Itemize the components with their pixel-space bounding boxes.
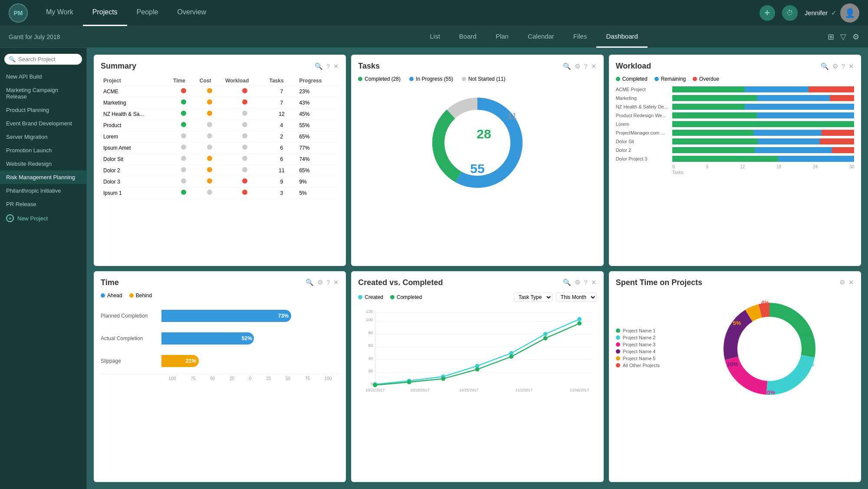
svg-point-29	[441, 376, 446, 381]
summary-card: Summary 🔍 ? ✕ Project Time Cost Workload…	[94, 55, 346, 266]
svg-text:28%: 28%	[801, 331, 812, 337]
table-row: Dolor 2 11 65%	[101, 165, 339, 176]
nav-overview[interactable]: Overview	[168, 0, 216, 26]
workload-row: NZ Health & Safety De...	[616, 104, 854, 110]
tasks-close-icon[interactable]: ✕	[591, 62, 597, 70]
time-label-planned: Planned Completion	[101, 313, 161, 319]
this-month-select[interactable]: This Month	[556, 292, 597, 302]
filter-icon[interactable]: ▽	[840, 32, 846, 42]
nav-people[interactable]: People	[127, 0, 168, 26]
time-bar-actual-fill	[161, 332, 254, 345]
summary-search-icon[interactable]: 🔍	[315, 62, 323, 70]
clock-button[interactable]: ⏱	[782, 5, 798, 21]
tasks-help-icon[interactable]: ?	[584, 62, 587, 70]
summary-close-icon[interactable]: ✕	[333, 62, 339, 70]
time-label-slippage: Slippage	[101, 358, 161, 364]
svg-point-27	[373, 383, 378, 387]
workload-row: ACME Project	[616, 86, 854, 92]
table-row: Product 4 55%	[101, 120, 339, 131]
spent-legend-3: Project Name 3	[616, 342, 685, 347]
workload-rows: ACME Project Marketing NZ Health & Safet…	[616, 86, 854, 162]
legend-inprogress: In Progress (55)	[409, 76, 453, 82]
workload-row: Dolor Project 3	[616, 156, 854, 162]
spent-dot-6	[616, 363, 620, 368]
nav-mywork[interactable]: My Work	[36, 0, 83, 26]
summary-header: Summary 🔍 ? ✕	[101, 62, 339, 71]
sidebar-item-philanthropic[interactable]: Philanthropic Initiative	[0, 184, 86, 197]
sidebar-item-website-redesign[interactable]: Website Redesign	[0, 157, 86, 171]
svg-text:11: 11	[507, 111, 517, 121]
add-button[interactable]: +	[760, 5, 775, 21]
svg-text:20: 20	[368, 368, 373, 373]
summary-help-icon[interactable]: ?	[326, 62, 330, 70]
time-legend-behind: Behind	[129, 292, 152, 299]
tab-plan[interactable]: Plan	[486, 26, 518, 48]
svg-text:100: 100	[366, 317, 373, 322]
search-box[interactable]: 🔍	[4, 54, 82, 65]
time-row-planned: Planned Completion 73%	[101, 310, 339, 322]
svg-point-25	[543, 331, 548, 336]
spent-legend-5: Project Name 5	[616, 356, 685, 361]
new-project-button[interactable]: + New Project	[0, 211, 86, 226]
svg-text:20%: 20%	[764, 389, 775, 396]
sidebar-item-new-api-build[interactable]: New API Build	[0, 70, 86, 83]
cvc-search-icon[interactable]: 🔍	[563, 279, 571, 286]
sidebar: 🔍 New API Build Marketing Campaign Relea…	[0, 48, 87, 489]
nav-projects[interactable]: Projects	[83, 0, 127, 26]
settings-icon[interactable]: ⚙	[852, 32, 859, 42]
svg-text:11/2/2017: 11/2/2017	[516, 388, 533, 392]
user-menu[interactable]: Jennifer ✓ 👤	[805, 3, 859, 23]
tasks-donut-svg: 28 55 11	[421, 86, 534, 199]
tab-calendar[interactable]: Calendar	[518, 26, 564, 48]
workload-search-icon[interactable]: 🔍	[821, 62, 829, 70]
tab-dashboard[interactable]: Dashboard	[596, 26, 647, 48]
svg-point-28	[407, 380, 411, 384]
dashboard: Summary 🔍 ? ✕ Project Time Cost Workload…	[87, 48, 868, 489]
tab-board[interactable]: Board	[450, 26, 486, 48]
cvc-chart-svg: 0 20 40 60 80 100 120	[358, 305, 596, 401]
sidebar-item-risk-management[interactable]: Risk Management Planning	[0, 171, 86, 184]
cvc-controls-row: Created Completed Task Type This Month	[358, 292, 596, 302]
tasks-card: Tasks 🔍 ⚙ ? ✕ Completed (28) In Progress…	[351, 55, 603, 266]
cvc-header: Created vs. Completed 🔍 ⚙ ? ✕	[358, 278, 596, 287]
grid-icon[interactable]: ⊞	[828, 32, 834, 42]
tab-files[interactable]: Files	[564, 26, 597, 48]
sidebar-item-product-planning[interactable]: Product Planning	[0, 103, 86, 117]
col-project: Project	[101, 76, 171, 86]
spent-close-icon[interactable]: ✕	[848, 279, 854, 286]
search-input[interactable]	[18, 56, 78, 62]
sidebar-item-promotion-launch[interactable]: Promotion Launch	[0, 144, 86, 157]
workload-settings-icon[interactable]: ⚙	[832, 62, 838, 70]
sidebar-item-event-brand[interactable]: Event Brand Development	[0, 117, 86, 130]
svg-text:120: 120	[366, 308, 373, 313]
cvc-legend-created: Created	[358, 294, 383, 300]
time-legend-ahead: Ahead	[101, 292, 122, 299]
svg-text:10/21/2017: 10/21/2017	[366, 388, 385, 392]
spent-settings-icon[interactable]: ⚙	[839, 279, 845, 286]
logo[interactable]: PM	[9, 3, 28, 23]
time-help-icon[interactable]: ?	[326, 279, 330, 286]
tasks-settings-icon[interactable]: ⚙	[575, 62, 580, 70]
col-progress: Progress	[296, 76, 339, 86]
time-settings-icon[interactable]: ⚙	[317, 279, 323, 286]
sidebar-item-server-migration[interactable]: Server Migration	[0, 130, 86, 144]
legend-completed: Completed (28)	[358, 76, 401, 82]
sidebar-item-marketing-campaign[interactable]: Marketing Campaign Release	[0, 83, 86, 103]
tab-list[interactable]: List	[421, 26, 450, 48]
workload-close-icon[interactable]: ✕	[848, 62, 854, 70]
table-row: Ipsum Amet 6 77%	[101, 142, 339, 154]
wl-legend-completed: Completed	[616, 76, 648, 82]
sidebar-item-pr-release[interactable]: PR Release	[0, 197, 86, 211]
workload-help-icon[interactable]: ?	[842, 62, 845, 70]
cvc-card: Created vs. Completed 🔍 ⚙ ? ✕ Created	[351, 271, 603, 482]
tasks-search-icon[interactable]: 🔍	[563, 62, 571, 70]
cvc-help-icon[interactable]: ?	[584, 279, 587, 286]
cvc-close-icon[interactable]: ✕	[591, 279, 597, 286]
task-type-select[interactable]: Task Type	[514, 292, 552, 302]
workload-row: Dolor 2	[616, 147, 854, 153]
svg-text:55: 55	[470, 161, 484, 176]
time-search-icon[interactable]: 🔍	[306, 279, 314, 286]
workload-title: Workload	[616, 62, 651, 71]
cvc-settings-icon[interactable]: ⚙	[575, 279, 580, 286]
time-close-icon[interactable]: ✕	[333, 279, 339, 286]
